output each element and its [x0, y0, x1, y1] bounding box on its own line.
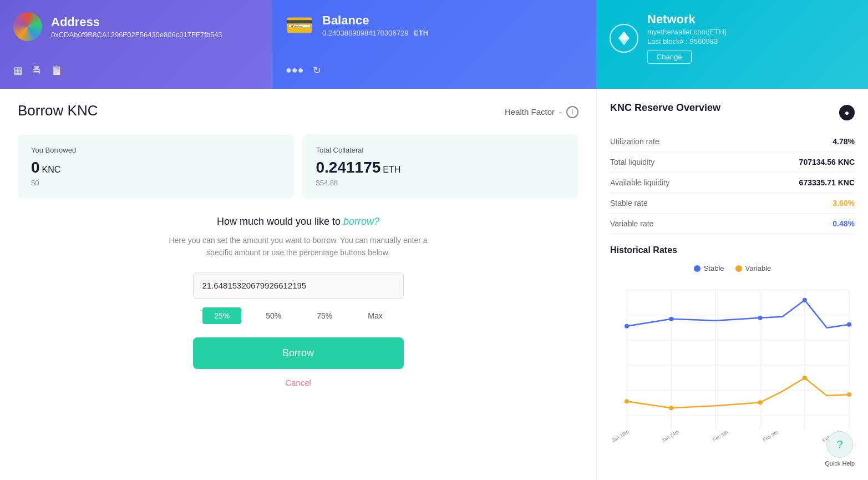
percent-max-button[interactable]: Max	[357, 307, 393, 324]
percent-25-button[interactable]: 25%	[202, 307, 241, 324]
copy-icon[interactable]: 📋	[50, 64, 63, 77]
total-liquidity-value: 707134.56 KNC	[799, 158, 855, 166]
cancel-button[interactable]: Cancel	[18, 378, 578, 387]
amount-input[interactable]	[193, 272, 404, 299]
svg-text:Feb 5th: Feb 5th	[712, 430, 729, 443]
more-icon[interactable]: ●●●	[286, 64, 304, 77]
network-block: Last block# : 9560983	[647, 37, 727, 46]
right-panel: KNC Reserve Overview ● Utilization rate …	[596, 89, 868, 480]
historical-rates-title: Historical Rates	[610, 245, 855, 255]
eth-logo	[610, 24, 638, 53]
total-liquidity-label: Total liquidity	[610, 158, 654, 166]
legend-stable: Stable	[694, 264, 724, 272]
reserve-overview-title: KNC Reserve Overview	[610, 102, 720, 114]
network-title: Network	[647, 12, 727, 27]
address-title: Address	[51, 15, 222, 29]
health-factor: Health Factor - i	[505, 106, 578, 118]
network-top: Network myetherwallet.com(ETH) Last bloc…	[610, 12, 855, 64]
balance-title: Balance	[322, 13, 428, 28]
historical-rates-section: Historical Rates Stable Variable	[610, 245, 855, 457]
network-wallet: myetherwallet.com(ETH)	[647, 28, 727, 36]
percent-75-button[interactable]: 75%	[306, 307, 343, 324]
percent-buttons: 25% 50% 75% Max	[18, 307, 578, 324]
balance-value: 0.24038898984170336729 ETH	[322, 29, 428, 37]
balance-section: 💳 Balance 0.24038898984170336729 ETH ●●●…	[272, 0, 596, 89]
question-icon: ?	[837, 438, 843, 451]
reserve-row-utilization: Utilization rate 4.78%	[610, 132, 855, 152]
balance-actions: ●●● ↻	[286, 64, 583, 77]
svg-point-15	[669, 317, 673, 321]
variable-rate-label: Variable rate	[610, 219, 653, 228]
total-collateral-usd: $54.88	[316, 179, 566, 187]
you-borrowed-usd: $0	[31, 179, 281, 187]
balance-top: 💳 Balance 0.24038898984170336729 ETH	[286, 12, 583, 38]
network-info: Network myetherwallet.com(ETH) Last bloc…	[647, 12, 727, 64]
left-panel: Borrow KNC Health Factor - i You Borrowe…	[0, 89, 596, 480]
reserve-row-available-liquidity: Available liquidity 673335.71 KNC	[610, 173, 855, 193]
chart-legend: Stable Variable	[610, 264, 855, 272]
total-collateral-value: 0.241175ETH	[316, 159, 566, 176]
wallet-icon: 💳	[286, 12, 313, 38]
balance-amount: 0.24038898984170336729	[322, 29, 408, 37]
address-icons: ▦ 🖶 📋	[13, 64, 258, 77]
stable-rate-label: Stable rate	[610, 199, 648, 208]
variable-rate-value: 0.48%	[833, 219, 855, 228]
svg-point-22	[803, 376, 807, 380]
svg-text:Jan 18th: Jan 18th	[611, 429, 630, 443]
you-borrowed-card: You Borrowed 0KNC $0	[18, 135, 294, 198]
quick-help-button[interactable]: ?	[826, 431, 853, 458]
available-liquidity-value: 673335.71 KNC	[799, 178, 855, 187]
legend-variable-dot	[735, 265, 742, 272]
legend-stable-dot	[694, 265, 701, 272]
print-icon[interactable]: 🖶	[32, 64, 42, 77]
total-collateral-label: Total Collateral	[316, 146, 566, 154]
balance-info: Balance 0.24038898984170336729 ETH	[322, 13, 428, 37]
historical-chart: Jan 18th Jan 24th Feb 5th Feb 9th Feb 15…	[610, 279, 855, 457]
avatar	[13, 12, 42, 41]
legend-variable: Variable	[735, 264, 771, 272]
legend-variable-label: Variable	[745, 264, 771, 272]
svg-point-20	[669, 406, 673, 410]
stable-rate-value: 3.60%	[833, 199, 855, 208]
qr-icon[interactable]: ▦	[13, 64, 23, 77]
svg-text:Jan 24th: Jan 24th	[661, 429, 680, 443]
svg-point-23	[847, 392, 851, 397]
reserve-row-total-liquidity: Total liquidity 707134.56 KNC	[610, 152, 855, 173]
utilization-value: 4.78%	[833, 137, 855, 146]
reserve-row-stable-rate: Stable rate 3.60%	[610, 193, 855, 214]
refresh-icon[interactable]: ↻	[313, 64, 321, 77]
health-factor-label: Health Factor	[505, 107, 555, 117]
page-title: Borrow KNC	[18, 102, 98, 119]
reserve-row-variable-rate: Variable rate 0.48%	[610, 214, 855, 234]
borrow-question-highlight: borrow?	[343, 216, 379, 227]
borrow-question: How much would you like to borrow?	[18, 216, 578, 228]
svg-point-14	[625, 324, 629, 329]
header: Address 0xCDAb0f9B8CA1296F02F56430e806c0…	[0, 0, 868, 89]
svg-text:Feb 9th: Feb 9th	[762, 430, 779, 443]
reserve-rows: Utilization rate 4.78% Total liquidity 7…	[610, 132, 855, 234]
balance-unit: ETH	[414, 29, 428, 37]
quick-help: ? Quick Help	[825, 431, 855, 467]
address-top: Address 0xCDAb0f9B8CA1296F02F56430e806c0…	[13, 12, 258, 41]
you-borrowed-label: You Borrowed	[31, 146, 281, 154]
legend-stable-label: Stable	[704, 264, 724, 272]
address-value: 0xCDAb0f9B8CA1296F02F56430e806c017FF7fb5…	[51, 31, 222, 39]
chart-container: Jan 18th Jan 24th Feb 5th Feb 9th Feb 15…	[610, 279, 855, 457]
you-borrowed-value: 0KNC	[31, 159, 281, 176]
available-liquidity-label: Available liquidity	[610, 178, 669, 187]
svg-point-21	[758, 400, 763, 405]
svg-point-19	[625, 399, 629, 403]
address-info: Address 0xCDAb0f9B8CA1296F02F56430e806c0…	[51, 15, 222, 39]
percent-50-button[interactable]: 50%	[255, 307, 292, 324]
borrow-description: Here you can set the amount you want to …	[160, 234, 437, 259]
total-collateral-card: Total Collateral 0.241175ETH $54.88	[303, 135, 579, 198]
health-factor-info-icon[interactable]: i	[566, 106, 578, 118]
quick-help-label: Quick Help	[825, 460, 855, 467]
network-section: Network myetherwallet.com(ETH) Last bloc…	[596, 0, 868, 89]
borrow-button[interactable]: Borrow	[193, 337, 404, 369]
toggle-icon[interactable]: ●	[839, 105, 855, 120]
svg-point-17	[803, 298, 807, 302]
change-network-button[interactable]: Change	[647, 50, 692, 64]
utilization-label: Utilization rate	[610, 137, 659, 146]
main-content: Borrow KNC Health Factor - i You Borrowe…	[0, 89, 868, 480]
